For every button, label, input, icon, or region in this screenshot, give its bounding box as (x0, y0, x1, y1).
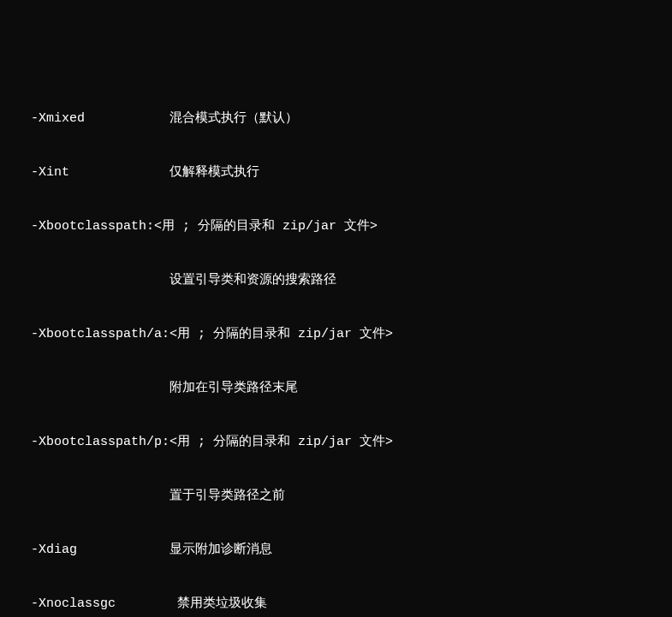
output-line: 设置引导类和资源的搜索路径 (0, 271, 672, 289)
output-line: -Xbootclasspath/p:<用 ; 分隔的目录和 zip/jar 文件… (0, 433, 672, 451)
output-line: -Xnoclassgc 禁用类垃圾收集 (0, 595, 672, 613)
output-line: -Xbootclasspath:<用 ; 分隔的目录和 zip/jar 文件> (0, 217, 672, 235)
terminal-output: -Xmixed 混合模式执行（默认） -Xint 仅解释模式执行 -Xbootc… (0, 74, 672, 617)
output-line: -Xmixed 混合模式执行（默认） (0, 110, 672, 128)
output-line: -Xdiag 显示附加诊断消息 (0, 541, 672, 559)
output-line: 置于引导类路径之前 (0, 487, 672, 505)
output-line: -Xint 仅解释模式执行 (0, 163, 672, 181)
output-line: -Xbootclasspath/a:<用 ; 分隔的目录和 zip/jar 文件… (0, 325, 672, 343)
output-line: 附加在引导类路径末尾 (0, 379, 672, 397)
